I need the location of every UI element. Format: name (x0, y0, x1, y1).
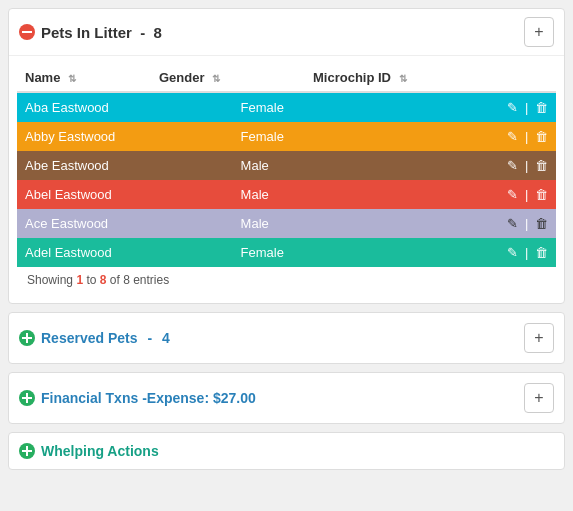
pet-actions-cell: ✎ | 🗑 (475, 122, 556, 151)
pet-gender-cell: Male (233, 180, 368, 209)
action-separator: | (525, 129, 532, 144)
pet-gender-cell: Male (233, 209, 368, 238)
action-separator: | (525, 187, 532, 202)
col-header-microchip: Microchip ID ⇅ (305, 64, 524, 92)
edit-pet-link[interactable]: ✎ (507, 245, 518, 260)
pet-gender-cell: Female (233, 238, 368, 267)
pet-actions-cell: ✎ | 🗑 (475, 151, 556, 180)
delete-pet-link[interactable]: 🗑 (535, 245, 548, 260)
microchip-sort-icon[interactable]: ⇅ (399, 73, 407, 84)
reserved-expand-icon[interactable] (19, 330, 35, 346)
table-row: Aba EastwoodFemale ✎ | 🗑 (17, 93, 556, 122)
pet-name-cell: Abe Eastwood (17, 151, 233, 180)
pet-actions-cell: ✎ | 🗑 (475, 180, 556, 209)
action-separator: | (525, 158, 532, 173)
whelping-actions-row: Whelping Actions (9, 433, 564, 469)
delete-pet-link[interactable]: 🗑 (535, 187, 548, 202)
page-wrapper: Pets In Litter - 8 + Name ⇅ Gender (0, 0, 573, 486)
pets-table-wrapper: Name ⇅ Gender ⇅ Microchip ID ⇅ (9, 56, 564, 303)
col-header-actions (524, 64, 556, 92)
pet-name-cell: Adel Eastwood (17, 238, 233, 267)
col-header-gender: Gender ⇅ (151, 64, 305, 92)
pets-tbody: Aba EastwoodFemale ✎ | 🗑 Abby EastwoodFe… (17, 93, 556, 267)
delete-pet-link[interactable]: 🗑 (535, 129, 548, 144)
add-financial-button[interactable]: + (524, 383, 554, 413)
col-header-name: Name ⇅ (17, 64, 151, 92)
pet-actions-cell: ✎ | 🗑 (475, 209, 556, 238)
pets-table-head: Name ⇅ Gender ⇅ Microchip ID ⇅ (17, 64, 556, 92)
add-reserved-button[interactable]: + (524, 323, 554, 353)
pet-name-cell: Abel Eastwood (17, 180, 233, 209)
whelping-actions-title: Whelping Actions (19, 443, 159, 459)
pets-table: Name ⇅ Gender ⇅ Microchip ID ⇅ (17, 64, 556, 93)
pets-in-litter-header: Pets In Litter - 8 + (9, 9, 564, 56)
pet-actions-cell: ✎ | 🗑 (475, 238, 556, 267)
table-row: Abe EastwoodMale ✎ | 🗑 (17, 151, 556, 180)
collapse-icon[interactable] (19, 24, 35, 40)
action-separator: | (525, 100, 532, 115)
pet-name-cell: Abby Eastwood (17, 122, 233, 151)
whelping-expand-icon[interactable] (19, 443, 35, 459)
pet-microchip-cell (367, 238, 475, 267)
whelping-actions-section: Whelping Actions (8, 432, 565, 470)
financial-txns-section: Financial Txns -Expense: $27.00 + (8, 372, 565, 424)
pet-gender-cell: Male (233, 151, 368, 180)
pet-microchip-cell (367, 93, 475, 122)
action-separator: | (525, 216, 532, 231)
pets-scroll-area[interactable]: Aba EastwoodFemale ✎ | 🗑 Abby EastwoodFe… (17, 93, 556, 267)
pet-gender-cell: Female (233, 122, 368, 151)
edit-pet-link[interactable]: ✎ (507, 158, 518, 173)
financial-txns-row: Financial Txns -Expense: $27.00 + (9, 373, 564, 423)
pets-in-litter-section: Pets In Litter - 8 + Name ⇅ Gender (8, 8, 565, 304)
pet-microchip-cell (367, 151, 475, 180)
add-pet-button[interactable]: + (524, 17, 554, 47)
edit-pet-link[interactable]: ✎ (507, 100, 518, 115)
pet-microchip-cell (367, 209, 475, 238)
gender-sort-icon[interactable]: ⇅ (212, 73, 220, 84)
name-sort-icon[interactable]: ⇅ (68, 73, 76, 84)
pets-body-table: Aba EastwoodFemale ✎ | 🗑 Abby EastwoodFe… (17, 93, 556, 267)
pet-gender-cell: Female (233, 93, 368, 122)
reserved-pets-section: Reserved Pets - 4 + (8, 312, 565, 364)
financial-expand-icon[interactable] (19, 390, 35, 406)
reserved-pets-row: Reserved Pets - 4 + (9, 313, 564, 363)
pet-actions-cell: ✎ | 🗑 (475, 93, 556, 122)
showing-text: Showing 1 to 8 of 8 entries (17, 267, 556, 295)
delete-pet-link[interactable]: 🗑 (535, 158, 548, 173)
table-row: Abby EastwoodFemale ✎ | 🗑 (17, 122, 556, 151)
edit-pet-link[interactable]: ✎ (507, 129, 518, 144)
table-row: Adel EastwoodFemale ✎ | 🗑 (17, 238, 556, 267)
edit-pet-link[interactable]: ✎ (507, 187, 518, 202)
table-row: Ace EastwoodMale ✎ | 🗑 (17, 209, 556, 238)
pet-microchip-cell (367, 122, 475, 151)
edit-pet-link[interactable]: ✎ (507, 216, 518, 231)
delete-pet-link[interactable]: 🗑 (535, 100, 548, 115)
pets-in-litter-label: Pets In Litter - 8 (41, 24, 162, 41)
financial-txns-title: Financial Txns -Expense: $27.00 (19, 390, 256, 406)
pet-name-cell: Ace Eastwood (17, 209, 233, 238)
table-row: Abel EastwoodMale ✎ | 🗑 (17, 180, 556, 209)
delete-pet-link[interactable]: 🗑 (535, 216, 548, 231)
pets-in-litter-title: Pets In Litter - 8 (19, 24, 162, 41)
pet-microchip-cell (367, 180, 475, 209)
action-separator: | (525, 245, 532, 260)
reserved-pets-title: Reserved Pets - 4 (19, 330, 170, 346)
pet-name-cell: Aba Eastwood (17, 93, 233, 122)
